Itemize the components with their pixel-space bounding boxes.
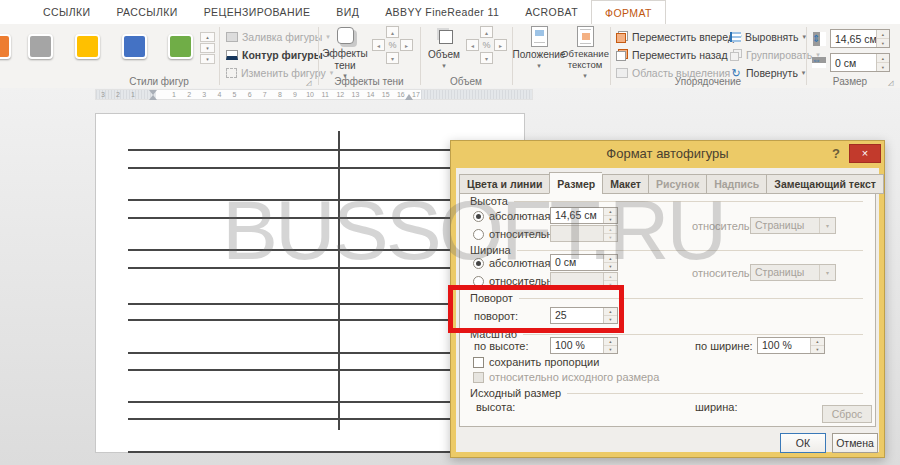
original-size-group-label: Исходный размер [470, 387, 561, 399]
lock-aspect-checkbox[interactable] [473, 357, 484, 368]
scale-width-field[interactable]: 100 % ▴▾ [757, 337, 825, 354]
ribbon-tab-вид[interactable]: ВИД [323, 0, 372, 24]
scale-width-value: 100 % [758, 338, 810, 353]
width-absolute-radio[interactable] [473, 258, 484, 269]
scale-height-field[interactable]: 100 % ▴▾ [550, 337, 618, 354]
document-vertical-line [338, 131, 340, 430]
volume-depth-icon[interactable]: % [482, 40, 490, 50]
spin-down-icon[interactable]: ▾ [604, 263, 617, 270]
dialog-title: Формат автофигуры [451, 141, 884, 168]
spin-up-icon[interactable]: ▴ [811, 338, 824, 346]
ruler-number: 5 [233, 91, 237, 98]
right-indent-marker[interactable] [405, 94, 413, 100]
ribbon-tab-ссылки[interactable]: ССЫЛКИ [30, 0, 103, 24]
more-gallery-icon: ▾ [206, 56, 209, 62]
ribbon-tab-acrobat[interactable]: ACROBAT [512, 0, 591, 24]
cancel-button[interactable]: Отмена [832, 433, 878, 453]
height-absolute-field[interactable]: 14,65 см ▴▾ [550, 207, 618, 224]
height-spin-down-button[interactable]: ▾ [877, 39, 889, 47]
close-icon[interactable]: × [849, 144, 881, 163]
height-relative-radio[interactable] [473, 229, 484, 240]
shape-style-swatch[interactable] [122, 34, 147, 59]
ok-button[interactable]: ОК [780, 433, 826, 453]
nudge-shadow-right-button[interactable]: ▸ [400, 39, 413, 51]
dialog-tab-замещающий-текст[interactable]: Замещающий текст [766, 174, 884, 194]
semitransparent-shadow-icon[interactable]: % [388, 40, 396, 50]
spin-up-icon[interactable]: ▴ [604, 208, 617, 216]
horizontal-ruler[interactable]: 321 1234567891011121314151617 [95, 89, 533, 100]
height-relative-field: ▴▾ [550, 225, 618, 242]
scale-width-label: по ширине: [695, 340, 753, 352]
tilt-right-button[interactable]: ▸ [494, 39, 507, 51]
shape-styles-dialog-launcher-icon[interactable]: ◿ [306, 79, 311, 86]
ruler-number: 6 [248, 91, 252, 98]
align-icon [730, 32, 741, 42]
shape-outline-button[interactable]: Контур фигуры▾ [226, 46, 330, 63]
nudge-shadow-down-button[interactable]: ▾ [386, 52, 399, 64]
gallery-scroll-up-button[interactable]: ▴ [200, 32, 215, 42]
shadow-effects-button[interactable]: Эффекты тени ▾ [322, 27, 368, 80]
send-backward-button[interactable]: Переместить назад▾ [616, 46, 735, 63]
shape-style-swatch[interactable] [168, 34, 193, 59]
help-icon[interactable]: ? [832, 146, 840, 161]
width-spin-up-button[interactable]: ▴ [877, 54, 889, 63]
ribbon-tab-рецензирование[interactable]: РЕЦЕНЗИРОВАНИЕ [191, 0, 324, 24]
spin-up-icon[interactable]: ▴ [604, 255, 617, 263]
ruler-number: 1 [131, 91, 135, 98]
volume-tilt-cluster: ▴ ◂%▸ ▾ [466, 26, 507, 64]
width-group-label: Ширина [470, 244, 511, 256]
dialog-tab-размер[interactable]: Размер [549, 172, 602, 194]
ruler-number: 12 [336, 91, 344, 98]
document-workspace: 321 1234567891011121314151617 Формат авт… [0, 88, 900, 465]
word-window: ССЫЛКИРАССЫЛКИРЕЦЕНЗИРОВАНИЕВИДABBYY Fin… [0, 0, 900, 465]
width-absolute-field[interactable]: 0 см ▴▾ [550, 254, 618, 271]
size-dialog-launcher-icon[interactable]: ◿ [888, 79, 893, 86]
height-spin-up-button[interactable]: ▴ [877, 30, 889, 39]
group-label-volume: Объем [420, 76, 512, 87]
tilt-up-button[interactable]: ▴ [480, 26, 493, 38]
height-relative-to-value: Страницы [751, 218, 819, 233]
width-spin-down-button[interactable]: ▾ [877, 63, 889, 71]
volume-button[interactable]: Объем ▾ [424, 27, 464, 70]
lock-aspect-label: сохранить пропорции [489, 356, 599, 368]
shape-height-icon: ⇕ [812, 32, 826, 46]
ribbon-tab-формат[interactable]: ФОРМАТ [591, 0, 666, 24]
gallery-scroll-down-button[interactable]: ▾ [200, 43, 215, 53]
hanging-indent-marker[interactable] [149, 95, 157, 100]
group-label-shadow: Эффекты тени [318, 76, 420, 87]
gallery-more-button[interactable]: ▾ [200, 54, 215, 64]
dropdown-arrow-icon: ▾ [442, 62, 446, 70]
spin-up-icon[interactable]: ▴ [604, 338, 617, 346]
red-highlight-box [448, 285, 624, 333]
reset-button: Сброс [822, 405, 872, 423]
dialog-tab-макет[interactable]: Макет [602, 174, 648, 194]
shape-width-field[interactable]: 0 см ▴▾ [830, 53, 890, 72]
spin-down-icon[interactable]: ▾ [604, 216, 617, 223]
combo-arrow-icon: ▾ [819, 218, 835, 233]
shape-height-field[interactable]: 14,65 см ▴▾ [830, 29, 890, 48]
shape-style-swatch[interactable] [28, 34, 53, 59]
ruler-number: 7 [263, 91, 267, 98]
bring-forward-button[interactable]: Переместить вперед▾ [616, 28, 741, 45]
shape-style-swatch[interactable] [75, 34, 100, 59]
ribbon-tab-abbyy-finereader-11[interactable]: ABBYY FineReader 11 [372, 0, 512, 24]
ribbon-tab-рассылки[interactable]: РАССЫЛКИ [103, 0, 190, 24]
tilt-down-button[interactable]: ▾ [480, 52, 493, 64]
nudge-shadow-left-button[interactable]: ◂ [372, 39, 385, 51]
spin-down-icon[interactable]: ▾ [811, 346, 824, 353]
position-button[interactable]: Положение ▾ [516, 26, 562, 70]
relative-original-checkbox [473, 372, 484, 383]
position-icon [531, 26, 548, 47]
nudge-shadow-up-button[interactable]: ▴ [386, 26, 399, 38]
text-wrap-button[interactable]: Обтекание текстом ▾ [560, 26, 610, 80]
height-absolute-radio[interactable] [473, 211, 484, 222]
align-button[interactable]: Выровнять▾ [730, 28, 806, 45]
dropdown-arrow-icon: ▾ [537, 62, 541, 70]
tilt-left-button[interactable]: ◂ [466, 39, 479, 51]
dialog-tab-цвета-и-линии[interactable]: Цвета и линии [459, 174, 549, 194]
shape-style-swatch[interactable] [0, 34, 11, 59]
width-relative-to-combo: Страницы ▾ [750, 264, 836, 281]
relative-original-label: относительно исходного размера [489, 371, 659, 383]
volume-label: Объем [428, 49, 460, 61]
spin-down-icon[interactable]: ▾ [604, 346, 617, 353]
